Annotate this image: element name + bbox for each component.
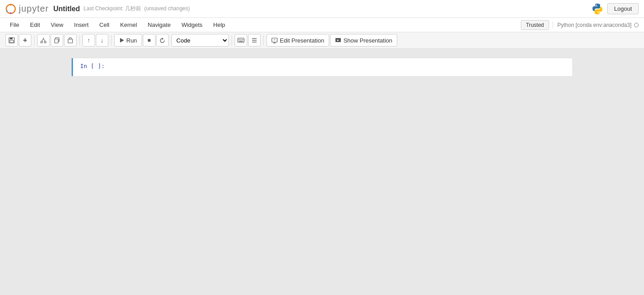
toggle-outline-button[interactable] bbox=[248, 34, 261, 47]
svg-point-0 bbox=[6, 4, 15, 13]
code-cell[interactable]: In [ ]: bbox=[72, 58, 572, 76]
svg-rect-20 bbox=[238, 38, 244, 43]
move-down-icon: ↓ bbox=[101, 37, 104, 44]
svg-rect-7 bbox=[10, 38, 13, 39]
show-presentation-icon bbox=[335, 37, 341, 43]
svg-point-3 bbox=[6, 10, 8, 12]
menu-file[interactable]: File bbox=[5, 20, 24, 30]
cut-button[interactable] bbox=[37, 34, 50, 47]
svg-point-2 bbox=[10, 12, 12, 14]
svg-rect-22 bbox=[240, 39, 241, 40]
title-bar-right: Logout bbox=[591, 3, 639, 15]
kernel-status-circle bbox=[634, 23, 639, 27]
run-icon bbox=[119, 38, 125, 43]
move-up-button[interactable]: ↑ bbox=[82, 34, 95, 47]
svg-rect-26 bbox=[242, 41, 243, 42]
edit-presentation-icon bbox=[271, 37, 278, 43]
kernel-name: Python [conda env:anaconda3] bbox=[558, 22, 631, 28]
cut-icon bbox=[40, 37, 47, 43]
menu-view[interactable]: View bbox=[46, 20, 68, 30]
menu-navigate[interactable]: Navigate bbox=[143, 20, 175, 30]
svg-point-10 bbox=[44, 41, 46, 43]
svg-rect-30 bbox=[272, 38, 277, 42]
paste-icon bbox=[67, 37, 73, 43]
cell-type-select[interactable]: Code Markdown Raw NBConvert Heading bbox=[172, 34, 229, 47]
menu-bar: File Edit View Insert Cell Kernel Naviga… bbox=[0, 18, 644, 32]
title-bar: jupyter Untitled Last Checkpoint: 几秒前 (u… bbox=[0, 0, 644, 18]
toolbar-separator-1 bbox=[34, 35, 34, 46]
svg-rect-17 bbox=[69, 38, 71, 39]
logout-button[interactable]: Logout bbox=[607, 3, 639, 14]
keyboard-icon bbox=[237, 38, 245, 43]
save-icon bbox=[9, 37, 15, 43]
show-presentation-label: Show Presentation bbox=[343, 37, 392, 44]
toolbar: + ↑ ↓ Run bbox=[0, 32, 644, 49]
menu-help[interactable]: Help bbox=[209, 20, 230, 30]
edit-presentation-label: Edit Presentation bbox=[280, 37, 324, 44]
jupyter-wordmark: jupyter bbox=[19, 4, 49, 14]
menu-insert[interactable]: Insert bbox=[69, 20, 93, 30]
cell-prompt: In [ ]: bbox=[73, 58, 109, 76]
notebook-title[interactable]: Untitled bbox=[53, 5, 80, 13]
notebook-container: In [ ]: bbox=[71, 58, 573, 77]
menu-kernel[interactable]: Kernel bbox=[116, 20, 142, 30]
show-presentation-button[interactable]: Show Presentation bbox=[330, 34, 397, 47]
svg-point-1 bbox=[10, 4, 12, 5]
toolbar-separator-3 bbox=[111, 35, 112, 46]
stop-icon: ■ bbox=[147, 37, 150, 43]
trusted-button[interactable]: Trusted bbox=[521, 20, 549, 30]
jupyter-icon bbox=[5, 4, 16, 14]
menu-right: Trusted Python [conda env:anaconda3] bbox=[521, 20, 639, 30]
svg-point-5 bbox=[598, 13, 599, 13]
keyboard-shortcuts-button[interactable] bbox=[235, 34, 247, 47]
run-label: Run bbox=[126, 37, 137, 44]
add-cell-button[interactable]: + bbox=[19, 34, 31, 47]
svg-marker-18 bbox=[120, 38, 124, 43]
stop-button[interactable]: ■ bbox=[143, 34, 155, 47]
svg-rect-24 bbox=[239, 41, 240, 42]
python-logo-icon bbox=[591, 3, 604, 15]
toolbar-separator-4 bbox=[232, 35, 232, 46]
move-down-button[interactable]: ↓ bbox=[96, 34, 108, 47]
checkpoint-info: Last Checkpoint: 几秒前 (unsaved changes) bbox=[84, 5, 190, 13]
edit-presentation-button[interactable]: Edit Presentation bbox=[266, 34, 329, 47]
restart-icon bbox=[159, 38, 165, 43]
menu-edit[interactable]: Edit bbox=[26, 20, 44, 30]
notebook-area: In [ ]: bbox=[0, 49, 644, 86]
svg-line-12 bbox=[43, 39, 45, 41]
paste-button[interactable] bbox=[64, 34, 77, 47]
svg-line-11 bbox=[42, 39, 43, 41]
menu-widgets[interactable]: Widgets bbox=[177, 20, 207, 30]
copy-button[interactable] bbox=[51, 34, 63, 47]
list-icon bbox=[251, 37, 258, 43]
jupyter-logo: jupyter bbox=[5, 4, 49, 14]
cell-input[interactable] bbox=[109, 58, 572, 76]
svg-point-4 bbox=[596, 4, 597, 5]
menu-cell[interactable]: Cell bbox=[95, 20, 114, 30]
svg-point-9 bbox=[41, 41, 43, 43]
svg-rect-15 bbox=[55, 39, 58, 43]
svg-rect-23 bbox=[242, 39, 243, 40]
toolbar-separator-5 bbox=[263, 35, 264, 46]
svg-rect-21 bbox=[239, 39, 240, 40]
save-button[interactable] bbox=[5, 34, 18, 47]
copy-icon bbox=[54, 37, 60, 43]
move-up-icon: ↑ bbox=[87, 37, 90, 44]
kernel-info: Python [conda env:anaconda3] bbox=[553, 22, 639, 28]
svg-rect-25 bbox=[240, 41, 242, 42]
plus-icon: + bbox=[23, 36, 27, 44]
run-button[interactable]: Run bbox=[114, 34, 142, 47]
svg-marker-19 bbox=[162, 38, 163, 40]
svg-rect-8 bbox=[10, 40, 13, 43]
restart-button[interactable] bbox=[156, 34, 169, 47]
toolbar-separator-2 bbox=[79, 35, 80, 46]
